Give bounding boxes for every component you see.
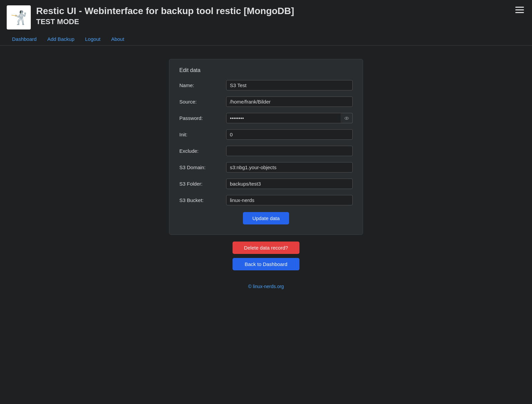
logo: 🤺 (7, 5, 31, 29)
s3bucket-row: S3 Bucket: (179, 195, 353, 205)
password-toggle-button[interactable] (341, 113, 353, 123)
hamburger-line-2 (515, 9, 524, 10)
exclude-label: Exclude: (179, 148, 226, 154)
s3folder-row: S3 Folder: (179, 179, 353, 189)
s3domain-input[interactable] (226, 162, 353, 173)
nav-item-dashboard[interactable]: Dashboard (7, 33, 42, 45)
exclude-row: Exclude: (179, 146, 353, 156)
hamburger-line-1 (515, 7, 524, 8)
init-label: Init: (179, 132, 226, 137)
app-title: Restic UI - Webinterface for backup tool… (36, 5, 294, 17)
svg-point-0 (345, 117, 349, 119)
s3bucket-input[interactable] (226, 195, 353, 205)
logo-icon: 🤺 (10, 10, 27, 25)
edit-data-card: Edit data Name: Source: Password: (169, 59, 363, 235)
delete-button[interactable]: Delete data record? (233, 242, 299, 254)
name-input[interactable] (226, 80, 353, 90)
exclude-input[interactable] (226, 146, 353, 156)
app-subtitle: TEST MODE (36, 17, 294, 26)
back-to-dashboard-button[interactable]: Back to Dashboard (233, 258, 299, 270)
password-wrapper (226, 113, 353, 123)
footer: © linux-nerds.org (248, 284, 284, 289)
header: 🤺 Restic UI - Webinterface for backup to… (0, 0, 532, 33)
nav-item-about[interactable]: About (106, 33, 129, 45)
source-input[interactable] (226, 96, 353, 107)
main-content: Edit data Name: Source: Password: (0, 56, 532, 302)
source-label: Source: (179, 99, 226, 105)
footer-text: © linux-nerds.org (248, 284, 284, 289)
svg-point-1 (346, 118, 347, 119)
s3folder-label: S3 Folder: (179, 181, 226, 187)
name-row: Name: (179, 80, 353, 90)
nav-bar: Dashboard Add Backup Logout About (0, 33, 532, 46)
hamburger-menu[interactable] (515, 7, 524, 13)
s3domain-row: S3 Domain: (179, 162, 353, 173)
s3domain-label: S3 Domain: (179, 164, 226, 170)
nav-item-logout[interactable]: Logout (80, 33, 106, 45)
action-buttons: Delete data record? Back to Dashboard (233, 242, 299, 270)
init-row: Init: (179, 129, 353, 140)
source-row: Source: (179, 96, 353, 107)
password-row: Password: (179, 113, 353, 123)
password-label: Password: (179, 115, 226, 121)
card-title: Edit data (179, 67, 353, 73)
init-wrapper (226, 129, 353, 140)
name-label: Name: (179, 82, 226, 88)
nav-item-add-backup[interactable]: Add Backup (42, 33, 80, 45)
password-input[interactable] (226, 113, 353, 123)
eye-icon (344, 116, 349, 121)
init-input[interactable] (226, 129, 353, 140)
s3folder-input[interactable] (226, 179, 353, 189)
update-button[interactable]: Update data (243, 212, 289, 224)
header-title-block: Restic UI - Webinterface for backup tool… (36, 5, 294, 26)
hamburger-line-3 (515, 12, 524, 13)
s3bucket-label: S3 Bucket: (179, 197, 226, 203)
